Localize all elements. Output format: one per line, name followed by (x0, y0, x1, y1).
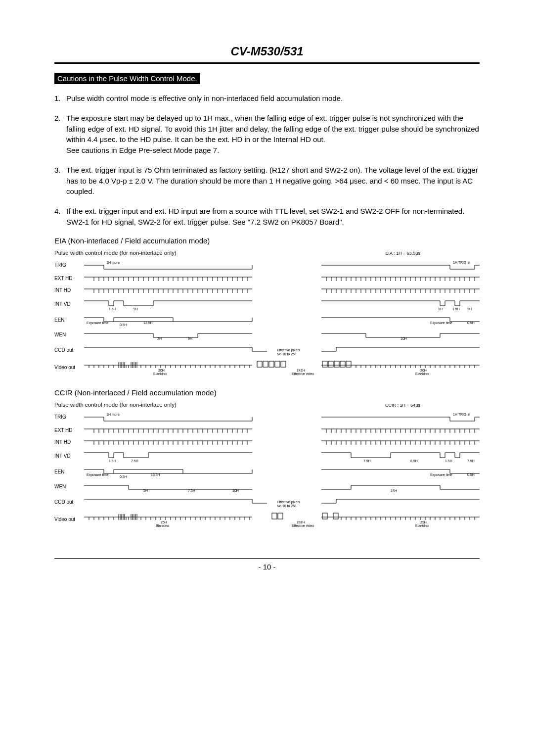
footer-rule (54, 558, 480, 559)
ccir-heading: CCIR (Non-interlaced / Field accumulatio… (54, 388, 480, 397)
ann: 1.5H (109, 307, 116, 311)
section-heading: Cautions in the Pulse Width Control Mode… (54, 73, 200, 84)
svg-rect-170 (275, 361, 280, 367)
wen-waveform: 5H 7.5H 10H 14H (84, 481, 480, 492)
een-waveform: Exposure time 0.5H 12.5H Exposure time 0… (84, 314, 480, 327)
ann: Exposure time (430, 473, 452, 477)
ann: Blanking (415, 372, 429, 375)
ann: 1.5H (109, 459, 116, 463)
svg-rect-176 (346, 361, 351, 367)
signal-label: INT VD (54, 296, 84, 312)
list-item-text: If the ext. trigger input and ext. HD in… (66, 207, 464, 226)
ext-hd-waveform (84, 274, 480, 283)
svg-rect-174 (334, 361, 339, 367)
signal-label: EXT HD (54, 425, 84, 436)
ann: Exposure time (430, 321, 452, 325)
int-hd-row: INT HD (54, 436, 480, 448)
ann: Effective pixels (277, 500, 300, 504)
list-item: 2.The exposure start may be delayed up t… (54, 113, 480, 156)
eia-heading: EIA (Non-interlaced / Field accumulation… (54, 236, 480, 245)
svg-rect-370 (278, 513, 283, 519)
int-vd-row: INT VD 1.5H 9H 1H 1.5H 9H (54, 296, 480, 312)
signal-label: Video out (54, 511, 84, 528)
ccd-out-waveform: Effective pixels No.10 to 251 (84, 343, 480, 357)
signal-label: Video out (54, 359, 84, 377)
ann: 0.5H (120, 475, 127, 478)
ann: No.10 to 251 (277, 504, 297, 508)
int-vd-waveform: 1.5H 9H 1H 1.5H 9H (84, 298, 480, 311)
page-number: - 10 - (54, 563, 480, 571)
ann: 0.5H (120, 323, 127, 327)
int-vd-row: INT VD 1.5H 7.5H 7.9H 6.5H 1.5H 7.5H (54, 448, 480, 464)
ann: 1H TRIG in (453, 413, 470, 416)
video-out-row: Video out 25H 287H 25H Blanking Effectiv… (54, 511, 480, 528)
int-hd-waveform (84, 438, 480, 447)
signal-label: INT VD (54, 448, 84, 464)
ann: 16.5H (151, 473, 160, 476)
signal-label: INT HD (54, 284, 84, 296)
signal-label: EXT HD (54, 273, 84, 284)
video-out-row: Video out 20H 242H 20H Blanking Effectiv… (54, 359, 480, 377)
ann: 10H (400, 337, 407, 340)
ann: Blanking (415, 524, 429, 527)
ann: Blanking (156, 524, 169, 527)
list-item-text: The exposure start may be delayed up to … (66, 114, 479, 154)
ann: 7.5H (131, 459, 138, 463)
svg-rect-171 (281, 361, 286, 367)
ann: 12.5H (143, 321, 153, 325)
signal-label: CCD out (54, 342, 84, 359)
ann: 9H (188, 337, 192, 340)
ann: Effective pixels (277, 348, 300, 352)
ann: 6.5H (410, 459, 418, 463)
wen-row: WEN 2H 9H 10H (54, 328, 480, 342)
ann: 287H (297, 520, 305, 524)
signal-label: INT HD (54, 436, 84, 448)
doc-title: CV-M530/531 (54, 45, 480, 58)
svg-rect-372 (333, 513, 338, 519)
svg-rect-369 (272, 513, 277, 519)
ann: 242H (297, 369, 305, 372)
trig-waveform: 1H more 1H TRIG in (84, 411, 480, 423)
caution-list: 1.Pulse width control mode is effective … (54, 93, 480, 228)
ann: Exposure time (87, 321, 109, 325)
wen-waveform: 2H 9H 10H (84, 330, 480, 340)
ann: Exposure time (87, 473, 109, 477)
svg-rect-167 (257, 361, 262, 367)
ann: 20H (158, 369, 165, 372)
ann: 2H (157, 337, 162, 340)
ccd-out-row: CCD out Effective pixels No.10 to 251 (54, 342, 480, 359)
ann: 7.5H (188, 489, 195, 492)
ann: 25H (420, 520, 427, 524)
een-waveform: Exposure time 0.5H 16.5H Exposure time 0… (84, 466, 480, 478)
signal-label: TRIG (54, 410, 84, 425)
ann: 10H (232, 489, 239, 492)
int-hd-row: INT HD (54, 284, 480, 296)
svg-rect-173 (328, 361, 333, 367)
signal-label: EEN (54, 464, 84, 480)
list-item: 1.Pulse width control mode is effective … (54, 93, 480, 104)
svg-rect-371 (322, 513, 327, 519)
een-row: EEN Exposure time 0.5H 12.5H Exposure ti… (54, 312, 480, 328)
ccir-timing-diagram: TRIG 1H more 1H TRIG in EXT HD INT HD (54, 410, 480, 528)
svg-rect-168 (263, 361, 268, 367)
ann: 1H more (106, 413, 120, 416)
ann-1h-more: 1H more (106, 261, 120, 264)
ann: 7.9H (363, 459, 371, 463)
list-item-text: Pulse width control mode is effective on… (66, 94, 343, 102)
ann: Blanking (153, 372, 167, 375)
list-item: 4.If the ext. trigger input and ext. HD … (54, 206, 480, 228)
ann: 5H (143, 489, 148, 492)
ext-hd-waveform (84, 426, 480, 435)
trig-waveform: 1H more 1H TRIG in (84, 259, 480, 271)
ann: 0.5H (467, 473, 475, 476)
ann: 1.5H (452, 307, 460, 311)
signal-label: CCD out (54, 494, 84, 511)
ann: 9H (134, 307, 138, 311)
ann: 7.5H (467, 459, 475, 463)
page-footer: - 10 - (54, 558, 480, 571)
svg-rect-175 (340, 361, 345, 367)
int-hd-waveform (84, 286, 480, 295)
een-row: EEN Exposure time 0.5H 16.5H Exposure ti… (54, 464, 480, 480)
wen-row: WEN 5H 7.5H 10H 14H (54, 480, 480, 494)
title-rule (54, 62, 480, 64)
